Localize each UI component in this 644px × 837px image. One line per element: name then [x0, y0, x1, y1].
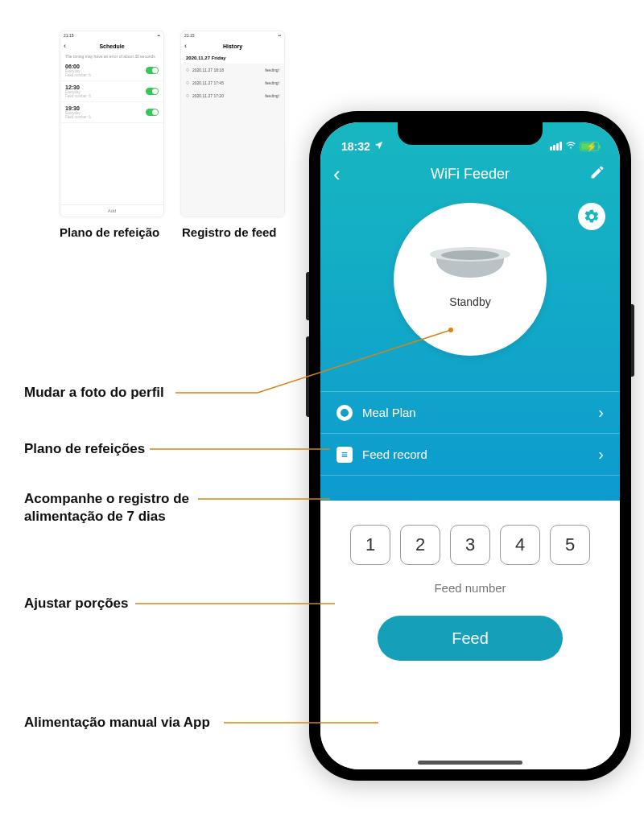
schedule-meta: Feed number: 6	[65, 115, 91, 119]
schedule-time: 12:30	[65, 85, 91, 90]
portion-option-1[interactable]: 1	[350, 525, 390, 565]
thumbnail-history-label: Registro de feed	[182, 225, 277, 239]
history-status: feeding!	[265, 80, 279, 85]
thumb-title: Schedule	[99, 43, 124, 49]
history-ts: 2020.11.27 18:18	[192, 68, 224, 72]
callout-feed-record-line2: alimentação de 7 dias	[24, 509, 166, 525]
history-status: feeding!	[265, 93, 279, 98]
edit-icon[interactable]	[589, 164, 605, 183]
portion-selector: 1 2 3 4 5	[350, 525, 590, 565]
schedule-row[interactable]: 12:30 Everyday Feed number: 6	[60, 81, 163, 102]
schedule-time: 06:00	[65, 64, 91, 69]
bullet-icon	[186, 94, 189, 97]
phone-screen: 18:32 ⚡ ‹ WiFi Feeder	[320, 122, 620, 769]
schedule-row[interactable]: 06:00 Everyday Feed number: 6	[60, 60, 163, 81]
phone-mockup: 18:32 ⚡ ‹ WiFi Feeder	[309, 111, 631, 781]
wifi-icon	[565, 139, 576, 153]
add-button[interactable]: Add	[60, 204, 163, 213]
back-icon[interactable]: ‹	[184, 42, 187, 50]
history-date: 2020.11.27 Friday	[181, 52, 284, 64]
app-bottom-area: 1 2 3 4 5 Feed number Feed	[320, 501, 620, 769]
thumb-time: 21:15	[64, 33, 74, 38]
history-status: feeding!	[265, 68, 279, 72]
menu-label: Feed record	[362, 447, 427, 461]
thumb-time: 21:15	[184, 33, 195, 38]
feed-button-label: Feed	[452, 629, 489, 648]
thumb-title: History	[223, 43, 242, 49]
schedule-meta: Feed number: 6	[65, 94, 91, 98]
chevron-right-icon: ›	[598, 445, 604, 464]
phone-notch	[398, 122, 543, 145]
menu-meal-plan[interactable]: Meal Plan ›	[320, 391, 620, 433]
settings-button[interactable]	[578, 203, 605, 230]
toggle-switch[interactable]	[146, 67, 159, 74]
thumb-subtitle: The timing may have an error of about 30…	[60, 52, 163, 60]
list-icon	[336, 447, 353, 463]
app-header: ‹ WiFi Feeder	[320, 155, 620, 193]
callout-feed-record-line1: Acompanhe o registro de	[24, 491, 189, 507]
feed-button[interactable]: Feed	[378, 616, 563, 661]
portion-option-3[interactable]: 3	[450, 525, 490, 565]
schedule-meta: Feed number: 6	[65, 73, 91, 77]
thumbnail-history: 21:15 •• ‹ History 2020.11.27 Friday 202…	[180, 31, 285, 217]
battery-icon: ⚡	[580, 142, 599, 151]
toggle-switch[interactable]	[146, 109, 159, 116]
callout-profile: Mudar a foto do perfil	[24, 385, 164, 401]
bowl-icon	[430, 242, 510, 279]
menu: Meal Plan › Feed record ›	[320, 391, 620, 476]
chevron-right-icon: ›	[598, 403, 604, 422]
thumb-header: ‹ Schedule	[60, 39, 163, 52]
thumb-sb-icons: ••	[157, 33, 160, 38]
callout-meal-plan: Plano de refeições	[24, 441, 145, 457]
schedule-time: 19:30	[65, 105, 91, 111]
back-icon[interactable]: ‹	[333, 163, 341, 184]
statusbar-time: 18:32	[341, 140, 370, 153]
bullet-icon	[186, 81, 189, 85]
clock-icon	[336, 405, 353, 421]
thumbnail-schedule-label: Plano de refeição	[60, 225, 159, 239]
bullet-icon	[186, 68, 189, 72]
gear-icon	[584, 208, 600, 225]
location-icon	[374, 140, 384, 153]
back-icon[interactable]: ‹	[64, 42, 66, 50]
thumb-header: ‹ History	[181, 39, 284, 52]
device-avatar[interactable]: Standby	[394, 203, 547, 356]
app-top-area: 18:32 ⚡ ‹ WiFi Feeder	[320, 122, 620, 501]
history-ts: 2020.11.27 17:45	[192, 80, 224, 85]
menu-label: Meal Plan	[362, 406, 416, 419]
feed-number-label: Feed number	[434, 581, 506, 595]
history-ts: 2020.11.27 17:20	[192, 93, 224, 98]
portion-option-2[interactable]: 2	[400, 525, 440, 565]
history-row: 2020.11.27 17:20 feeding!	[181, 89, 284, 102]
callout-portions: Ajustar porções	[24, 596, 128, 612]
device-status: Standby	[449, 295, 490, 308]
thumb-sb-icons: ••	[278, 33, 281, 38]
toggle-switch[interactable]	[146, 88, 159, 95]
thumb-statusbar: 21:15 ••	[181, 31, 284, 39]
portion-option-5[interactable]: 5	[550, 525, 590, 565]
phone-side-button	[631, 304, 634, 377]
history-row: 2020.11.27 18:18 feeding!	[181, 64, 284, 76]
signal-icon	[550, 142, 562, 150]
thumbnail-schedule: 21:15 •• ‹ Schedule The timing may have …	[60, 31, 164, 217]
thumb-statusbar: 21:15 ••	[60, 31, 163, 39]
portion-option-4[interactable]: 4	[500, 525, 540, 565]
callout-manual-feed: Alimentação manual via App	[24, 715, 210, 731]
menu-feed-record[interactable]: Feed record ›	[320, 433, 620, 476]
schedule-row[interactable]: 19:30 Everyday Feed number: 6	[60, 102, 163, 123]
home-indicator[interactable]	[418, 761, 522, 765]
history-row: 2020.11.27 17:45 feeding!	[181, 76, 284, 89]
page-title: WiFi Feeder	[431, 166, 510, 183]
